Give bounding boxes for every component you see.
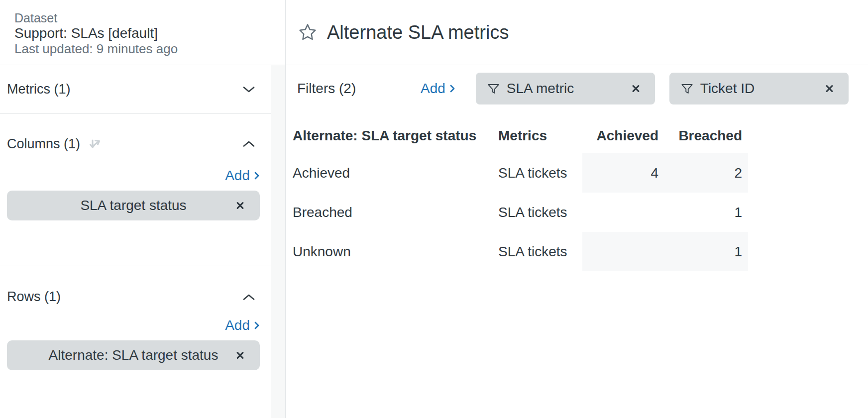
filter-funnel-icon bbox=[487, 82, 500, 96]
columns-section-title: Columns (1) bbox=[7, 136, 80, 152]
cell-breached[interactable]: 1 bbox=[665, 244, 748, 260]
rows-chip-label: Alternate: SLA target status bbox=[49, 347, 218, 363]
report-header: Alternate SLA metrics bbox=[286, 0, 868, 65]
dataset-label: Dataset bbox=[14, 11, 285, 25]
close-icon[interactable] bbox=[236, 351, 244, 360]
close-icon[interactable] bbox=[825, 85, 834, 93]
columns-chip[interactable]: SLA target status bbox=[7, 191, 260, 220]
chevron-right-icon bbox=[254, 321, 260, 330]
col-header-achieved: Achieved bbox=[582, 128, 665, 144]
filter-chip-label: Ticket ID bbox=[700, 81, 755, 97]
rows-section-header[interactable]: Rows (1) bbox=[0, 289, 271, 305]
rows-add-button[interactable]: Add bbox=[225, 317, 260, 333]
close-icon[interactable] bbox=[236, 202, 244, 210]
filter-chip-ticket-id[interactable]: Ticket ID bbox=[669, 73, 849, 104]
col-header-row-attribute: Alternate: SLA target status bbox=[293, 128, 498, 144]
rows-section-title: Rows (1) bbox=[7, 289, 61, 305]
chevron-up-icon[interactable] bbox=[242, 293, 255, 301]
sidebar-sections: Metrics (1) Columns (1) bbox=[0, 65, 271, 418]
filter-funnel-icon bbox=[680, 82, 694, 96]
sidebar-body: Metrics (1) Columns (1) bbox=[0, 65, 285, 418]
row-metric: SLA tickets bbox=[498, 205, 582, 220]
swap-axes-icon[interactable] bbox=[87, 136, 103, 154]
star-icon[interactable] bbox=[298, 22, 318, 42]
dataset-last-updated: Last updated: 9 minutes ago bbox=[14, 41, 285, 57]
filter-chip-sla-metric[interactable]: SLA metric bbox=[476, 73, 655, 104]
table-row[interactable]: Achieved SLA tickets 4 2 bbox=[293, 153, 868, 193]
chevron-up-icon[interactable] bbox=[242, 140, 255, 148]
filters-add-button[interactable]: Add bbox=[421, 81, 455, 97]
dataset-header: Dataset Support: SLAs [default] Last upd… bbox=[0, 0, 285, 65]
report-title: Alternate SLA metrics bbox=[327, 22, 509, 43]
metrics-section: Metrics (1) bbox=[0, 65, 271, 114]
filters-bar: Filters (2) Add SLA metric Ticket ID bbox=[297, 73, 868, 104]
chevron-right-icon bbox=[449, 84, 455, 93]
filters-add-label: Add bbox=[421, 81, 445, 97]
table-header-row: Alternate: SLA target status Metrics Ach… bbox=[293, 118, 868, 153]
row-metric: SLA tickets bbox=[498, 165, 582, 181]
rows-chip[interactable]: Alternate: SLA target status bbox=[7, 340, 260, 370]
chevron-down-icon[interactable] bbox=[242, 86, 255, 94]
columns-section: Columns (1) Add bbox=[0, 114, 271, 266]
rows-add-label: Add bbox=[225, 317, 250, 333]
results-table: Alternate: SLA target status Metrics Ach… bbox=[293, 118, 868, 271]
col-header-breached: Breached bbox=[665, 128, 748, 144]
rows-section: Rows (1) Add Alternate: SLA target statu… bbox=[0, 266, 271, 370]
columns-chip-label: SLA target status bbox=[80, 198, 186, 213]
columns-add-button[interactable]: Add bbox=[225, 168, 260, 184]
main-panel: Alternate SLA metrics Filters (2) Add SL… bbox=[285, 0, 868, 418]
row-metric: SLA tickets bbox=[498, 244, 582, 260]
close-icon[interactable] bbox=[632, 85, 640, 93]
table-row[interactable]: Breached SLA tickets 1 bbox=[293, 193, 868, 232]
metrics-section-header[interactable]: Metrics (1) bbox=[0, 82, 271, 97]
cell-achieved[interactable]: 4 bbox=[582, 165, 665, 181]
columns-add-label: Add bbox=[225, 168, 250, 184]
col-header-metrics: Metrics bbox=[498, 128, 582, 144]
panel-gutter bbox=[271, 65, 285, 418]
cell-breached[interactable]: 1 bbox=[665, 205, 748, 220]
columns-section-header[interactable]: Columns (1) bbox=[0, 134, 271, 154]
sidebar: Dataset Support: SLAs [default] Last upd… bbox=[0, 0, 285, 418]
row-label: Achieved bbox=[293, 165, 498, 181]
cell-breached[interactable]: 2 bbox=[665, 165, 748, 181]
row-label: Breached bbox=[293, 205, 498, 220]
dataset-name: Support: SLAs [default] bbox=[14, 25, 285, 41]
filters-label: Filters (2) bbox=[297, 81, 359, 97]
explore-report-builder: Dataset Support: SLAs [default] Last upd… bbox=[0, 0, 868, 418]
table-row[interactable]: Unknown SLA tickets 1 bbox=[293, 232, 868, 271]
filter-chip-label: SLA metric bbox=[507, 81, 574, 97]
metrics-section-title: Metrics (1) bbox=[7, 82, 71, 97]
chevron-right-icon bbox=[254, 171, 260, 180]
row-label: Unknown bbox=[293, 244, 498, 260]
